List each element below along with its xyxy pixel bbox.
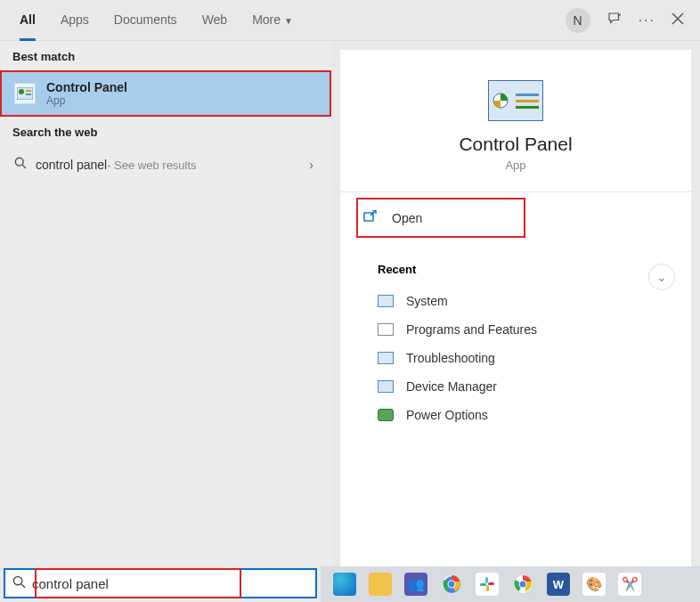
chevron-right-icon: › xyxy=(309,158,319,172)
tab-web[interactable]: Web xyxy=(190,0,240,40)
recent-programs[interactable]: Programs and Features xyxy=(356,315,675,344)
taskbar-teams-icon[interactable]: 👥 xyxy=(404,573,427,596)
chevron-down-icon: ▼ xyxy=(284,16,293,26)
separator xyxy=(340,191,691,192)
result-subtitle: App xyxy=(46,94,127,107)
control-panel-icon xyxy=(14,83,36,104)
tab-documents[interactable]: Documents xyxy=(102,0,190,40)
search-icon xyxy=(12,157,28,173)
best-match-heading: Best match xyxy=(0,41,331,70)
web-hint: - See web results xyxy=(107,159,196,172)
result-title: Control Panel xyxy=(46,80,127,94)
device-manager-icon xyxy=(378,380,394,393)
user-avatar[interactable]: N xyxy=(566,8,590,33)
programs-icon xyxy=(378,323,394,336)
taskbar-chrome-icon[interactable] xyxy=(440,573,463,596)
open-icon xyxy=(363,210,381,225)
search-box[interactable] xyxy=(4,568,317,598)
svg-point-15 xyxy=(449,582,455,588)
close-icon[interactable] xyxy=(672,12,684,28)
filter-tabs: All Apps Documents Web More▼ xyxy=(7,0,305,40)
web-query-text: control panel xyxy=(36,158,107,172)
web-result-row[interactable]: control panel - See web results › xyxy=(0,146,331,183)
search-topbar: All Apps Documents Web More▼ N ··· xyxy=(0,0,700,41)
main-area: Best match Control Panel App Search the … xyxy=(0,41,700,566)
taskbar-paint-icon[interactable]: 🎨 xyxy=(582,573,606,596)
taskbar-word-icon[interactable]: W xyxy=(547,573,570,596)
search-input[interactable] xyxy=(32,576,315,591)
svg-point-6 xyxy=(15,158,23,166)
more-options-icon[interactable]: ··· xyxy=(639,12,655,28)
expand-chevron-icon[interactable]: ⌄ xyxy=(648,264,675,290)
svg-point-10 xyxy=(13,576,21,584)
system-icon xyxy=(378,295,394,307)
recent-system[interactable]: System xyxy=(356,287,675,315)
svg-point-22 xyxy=(520,582,526,588)
svg-line-11 xyxy=(20,583,24,587)
preview-app-icon xyxy=(488,80,543,121)
svg-rect-19 xyxy=(488,582,494,585)
open-action[interactable]: Open xyxy=(356,198,525,238)
troubleshoot-icon xyxy=(378,352,394,364)
topbar-right: N ··· xyxy=(566,8,693,33)
tab-all[interactable]: All xyxy=(7,0,48,40)
preview-subtitle: App xyxy=(356,159,675,172)
recent-troubleshooting[interactable]: Troubleshooting xyxy=(356,344,675,372)
svg-rect-18 xyxy=(486,585,489,591)
taskbar-edge-icon[interactable] xyxy=(333,573,356,596)
taskbar-chrome2-icon[interactable] xyxy=(511,573,534,596)
svg-rect-5 xyxy=(26,94,31,95)
search-web-heading: Search the web xyxy=(0,117,331,146)
open-label: Open xyxy=(392,211,422,225)
svg-line-7 xyxy=(22,165,26,168)
power-icon xyxy=(378,409,394,421)
feedback-icon[interactable] xyxy=(606,11,623,30)
tab-more[interactable]: More▼ xyxy=(240,0,305,40)
tab-apps[interactable]: Apps xyxy=(48,0,102,40)
recent-device-manager[interactable]: Device Manager xyxy=(356,372,675,401)
preview-pane: Control Panel App Open ⌄ Recent System P… xyxy=(340,50,691,566)
taskbar-snip-icon[interactable]: ✂️ xyxy=(618,573,641,596)
taskbar-explorer-icon[interactable] xyxy=(369,573,392,596)
result-control-panel[interactable]: Control Panel App xyxy=(0,70,331,117)
result-text: Control Panel App xyxy=(46,80,127,107)
taskbar: 👥 W 🎨 ✂️ xyxy=(321,566,700,602)
svg-rect-4 xyxy=(26,90,31,92)
search-icon xyxy=(5,575,32,592)
recent-power-options[interactable]: Power Options xyxy=(356,401,675,429)
svg-rect-16 xyxy=(485,577,488,583)
recent-heading: Recent xyxy=(356,238,675,287)
preview-title: Control Panel xyxy=(356,134,675,155)
preview-wrap: Control Panel App Open ⌄ Recent System P… xyxy=(331,41,700,566)
taskbar-slack-icon[interactable] xyxy=(476,573,499,596)
svg-point-3 xyxy=(19,89,24,94)
results-pane: Best match Control Panel App Search the … xyxy=(0,41,331,566)
svg-rect-17 xyxy=(480,583,486,586)
